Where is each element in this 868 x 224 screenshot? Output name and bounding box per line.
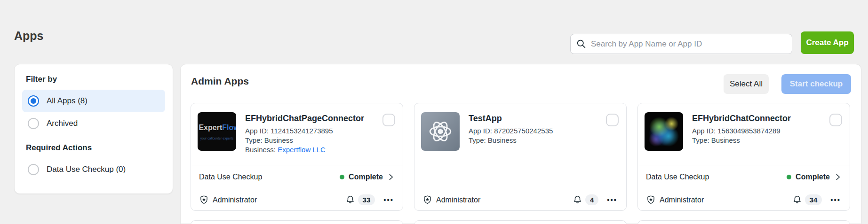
- bell-icon: [792, 195, 802, 205]
- select-all-button[interactable]: Select All: [724, 74, 769, 94]
- footer-actions: 4 •••: [573, 194, 618, 206]
- status-dot-icon: [787, 175, 791, 179]
- app-info: EFHybridChatPageConnector App ID: 112415…: [245, 112, 364, 165]
- filter-sidebar: Filter by All Apps (8) Archived Required…: [14, 64, 173, 194]
- data-use-checkup-row[interactable]: Data Use Checkup Complete: [638, 165, 850, 189]
- start-checkup-button[interactable]: Start checkup: [781, 74, 851, 94]
- footer-actions: 34 •••: [792, 194, 842, 206]
- overflow-menu-button[interactable]: •••: [382, 194, 395, 206]
- app-id: App ID: 1563049853874289: [692, 126, 791, 136]
- chevron-right-icon: [834, 173, 842, 181]
- radio-unselected-icon[interactable]: [28, 164, 39, 175]
- app-type: Type: Business: [469, 136, 553, 145]
- app-business: Business: Expertflow LLC: [245, 145, 364, 154]
- overflow-menu-button[interactable]: •••: [606, 194, 618, 206]
- checkup-status: Complete: [787, 173, 842, 181]
- required-actions-label: Required Actions: [26, 143, 161, 153]
- role-badge: Administrator: [646, 195, 704, 205]
- overflow-menu-button[interactable]: •••: [829, 194, 842, 206]
- next-row-app-card: [191, 220, 403, 224]
- role-label: Administrator: [436, 196, 480, 204]
- checkup-label: Data Use Checkup: [199, 173, 262, 181]
- notification-count: 34: [805, 194, 822, 205]
- business-label: Business:: [245, 146, 276, 154]
- checkup-status: Complete: [340, 173, 395, 181]
- app-name: EFHybridChatConnector: [692, 114, 791, 124]
- data-use-checkup-row[interactable]: Data Use Checkup Complete: [191, 165, 403, 189]
- business-link[interactable]: Expertflow LLC: [278, 146, 326, 154]
- app-card: ⠿ExpertFlow your callcenter experts EFHy…: [191, 103, 403, 211]
- app-name: EFHybridChatPageConnector: [245, 114, 364, 124]
- notifications[interactable]: 33: [345, 194, 375, 205]
- status-dot-icon: [340, 175, 344, 179]
- radio-unselected-icon[interactable]: [28, 118, 39, 129]
- app-info: EFHybridChatConnector App ID: 1563049853…: [692, 112, 791, 165]
- role-label: Administrator: [213, 196, 257, 204]
- app-card-header: ⠿ExpertFlow your callcenter experts EFHy…: [191, 103, 403, 165]
- app-logo: [421, 112, 460, 151]
- notification-count: 33: [358, 194, 375, 205]
- role-badge: Administrator: [422, 195, 480, 205]
- app-id: App ID: 1124153241273895: [245, 126, 364, 136]
- filter-data-use-checkup[interactable]: Data Use Checkup (0): [22, 158, 165, 181]
- search-icon: [576, 39, 586, 49]
- logo-subtitle: your callcenter experts: [200, 137, 233, 140]
- logo-text-a: Expert: [199, 124, 222, 131]
- next-row-app-card: [414, 220, 627, 224]
- admin-apps-title: Admin Apps: [191, 76, 249, 87]
- shield-star-icon: [646, 195, 656, 205]
- app-card-header: TestApp App ID: 872025750242535 Type: Bu…: [414, 103, 626, 189]
- next-row-app-card: [637, 220, 850, 224]
- logo-text: ⠿ExpertFlow: [198, 124, 236, 132]
- app-card-list: ⠿ExpertFlow your callcenter experts EFHy…: [191, 103, 850, 211]
- app-type: Type: Business: [245, 136, 364, 145]
- app-search-box[interactable]: [570, 34, 792, 54]
- page-root: { "page": { "title": "Apps" }, "header":…: [0, 0, 868, 224]
- role-label: Administrator: [660, 196, 704, 204]
- footer-actions: 33 •••: [345, 194, 395, 206]
- search-input[interactable]: [591, 39, 786, 49]
- app-select-checkbox[interactable]: [829, 114, 842, 126]
- app-card-header: EFHybridChatConnector App ID: 1563049853…: [638, 103, 850, 165]
- logo-text-b: Flow: [222, 124, 236, 131]
- app-logo: ⠿ExpertFlow your callcenter experts: [198, 112, 236, 151]
- app-info: TestApp App ID: 872025750242535 Type: Bu…: [469, 112, 553, 189]
- app-name: TestApp: [469, 114, 553, 124]
- app-select-checkbox[interactable]: [382, 114, 395, 126]
- app-card: EFHybridChatConnector App ID: 1563049853…: [637, 103, 850, 211]
- status-text: Complete: [796, 173, 830, 181]
- filter-all-apps[interactable]: All Apps (8): [22, 90, 165, 112]
- notifications[interactable]: 34: [792, 194, 822, 205]
- app-type: Type: Business: [692, 136, 791, 145]
- notifications[interactable]: 4: [573, 194, 598, 205]
- bell-icon: [345, 195, 355, 205]
- radio-selected-icon[interactable]: [28, 95, 39, 107]
- notification-count: 4: [585, 194, 598, 205]
- atom-icon: [427, 118, 454, 145]
- app-id: App ID: 872025750242535: [469, 126, 553, 136]
- filter-data-use-checkup-label: Data Use Checkup (0): [47, 165, 126, 174]
- filter-all-apps-label: All Apps (8): [47, 96, 88, 106]
- filter-archived-label: Archived: [47, 119, 78, 128]
- page-title: Apps: [14, 29, 44, 43]
- role-badge: Administrator: [199, 195, 257, 205]
- shield-star-icon: [422, 195, 432, 205]
- app-card: TestApp App ID: 872025750242535 Type: Bu…: [414, 103, 627, 211]
- app-card-footer: Administrator 34 •••: [638, 189, 850, 210]
- checkup-label: Data Use Checkup: [646, 173, 709, 181]
- app-card-footer: Administrator 4 •••: [414, 189, 626, 210]
- app-card-footer: Administrator 33 •••: [191, 189, 403, 210]
- bell-icon: [573, 195, 582, 205]
- status-text: Complete: [349, 173, 383, 181]
- filter-archived[interactable]: Archived: [22, 112, 165, 135]
- admin-apps-panel: Admin Apps Select All Start checkup ⠿Exp…: [180, 64, 861, 224]
- filter-by-label: Filter by: [26, 75, 161, 84]
- create-app-button[interactable]: Create App: [801, 31, 854, 54]
- app-select-checkbox[interactable]: [606, 114, 619, 126]
- app-logo: [645, 112, 683, 151]
- chevron-right-icon: [387, 173, 395, 181]
- shield-star-icon: [199, 195, 209, 205]
